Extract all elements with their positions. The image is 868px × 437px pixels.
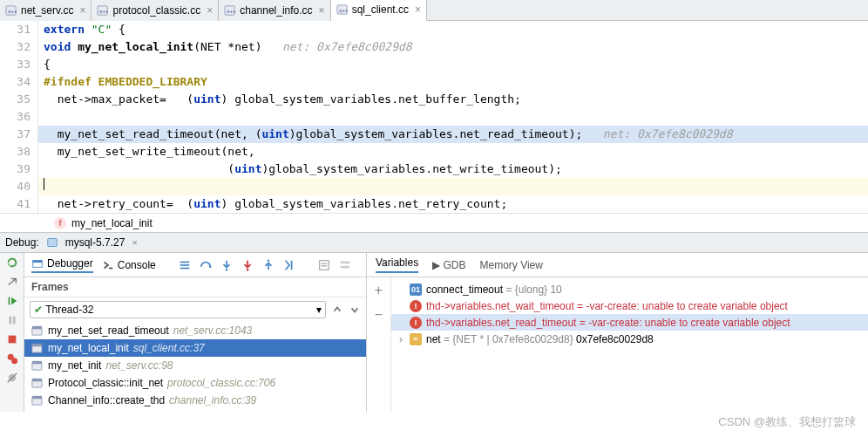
editor-tab[interactable]: c++channel_info.cc×	[219, 0, 330, 21]
primitive-icon: 01	[410, 283, 422, 296]
variables-list: 01connect_timeout = {ulong} 10!thd->vari…	[391, 277, 868, 412]
view-breakpoints-icon[interactable]	[6, 352, 18, 365]
tab-variables[interactable]: Variables	[376, 256, 418, 273]
cpp-file-icon: c++	[5, 5, 17, 16]
tab-debugger-label: Debugger	[47, 257, 93, 270]
svg-rect-12	[8, 336, 16, 344]
frame-name: my_net_set_read_timeout	[48, 324, 169, 337]
stop-icon[interactable]	[6, 333, 18, 345]
svg-point-27	[246, 268, 248, 270]
svg-text:c++: c++	[227, 8, 236, 13]
tab-memory[interactable]: Memory View	[480, 259, 543, 271]
variable-row[interactable]: !thd->variables.net_read_timeout = -var-…	[391, 314, 868, 331]
variable-name: connect_timeout	[426, 283, 503, 296]
code-line[interactable]: my_net_set_write_timeout(net,	[38, 143, 868, 160]
frame-name: my_net_init	[48, 359, 101, 372]
svg-rect-34	[341, 261, 350, 263]
next-frame-icon[interactable]	[349, 304, 361, 316]
step-over-icon[interactable]	[200, 259, 212, 271]
frame-icon	[31, 395, 44, 406]
frames-header: Frames	[24, 277, 366, 297]
variable-name: thd->variables.net_read_timeout	[426, 317, 576, 329]
variable-row[interactable]: ›=net = {NET * | 0x7efe8c0029d8} 0x7efe8…	[391, 331, 868, 347]
variable-value: 0x7efe8c0029d8	[576, 333, 654, 345]
frame-item[interactable]: my_net_set_read_timeout net_serv.cc:1043	[24, 322, 366, 339]
run-to-cursor-icon[interactable]	[283, 259, 295, 271]
code-area[interactable]: extern "C" {void my_net_local_init(NET *…	[38, 21, 868, 213]
code-line[interactable]: extern "C" {	[38, 21, 868, 38]
frame-location: net_serv.cc:1043	[173, 324, 253, 337]
svg-point-23	[209, 265, 212, 268]
prev-frame-icon[interactable]	[331, 304, 343, 316]
mute-breakpoints-icon[interactable]	[6, 372, 18, 384]
variable-value: = -var-create: unable to create variable…	[576, 317, 790, 329]
force-step-into-icon[interactable]	[241, 259, 254, 271]
code-line[interactable]: net->retry_count= (uint) global_system_v…	[38, 195, 868, 213]
breadcrumb[interactable]: f my_net_local_init	[0, 213, 868, 232]
editor-tabs: c++net_serv.cc×c++protocol_classic.cc×c+…	[0, 0, 868, 21]
frame-item[interactable]: Protocol_classic::init_net protocol_clas…	[24, 374, 366, 392]
close-icon[interactable]: ×	[415, 3, 421, 16]
code-line[interactable]	[38, 178, 868, 195]
tab-debugger[interactable]: Debugger	[31, 257, 93, 273]
tab-label: protocol_classic.cc	[112, 4, 200, 17]
evaluate-icon[interactable]	[318, 259, 330, 271]
chevron-down-icon: ▾	[316, 304, 322, 316]
editor-tab[interactable]: c++sql_client.cc×	[331, 0, 427, 21]
close-icon[interactable]: ×	[132, 237, 137, 248]
frame-icon	[31, 360, 44, 371]
rerun-icon[interactable]	[6, 256, 18, 269]
cpp-file-icon: c++	[224, 5, 236, 16]
variables-tabs: Variables ▶ GDB Memory View	[367, 253, 868, 277]
frame-item[interactable]: my_net_local_init sql_client.cc:37	[24, 339, 366, 357]
code-line[interactable]: void my_net_local_init(NET *net) net: 0x…	[38, 38, 868, 56]
expand-icon[interactable]: ›	[397, 333, 405, 345]
code-line[interactable]: (uint)global_system_variables.net_write_…	[38, 160, 868, 178]
function-icon: f	[54, 217, 66, 229]
run-config-name[interactable]: mysql-5.7.27	[65, 236, 125, 249]
variable-name: thd->variables.net_wait_timeout	[426, 300, 574, 312]
variable-row[interactable]: 01connect_timeout = {ulong} 10	[391, 281, 868, 297]
object-icon: =	[410, 332, 422, 345]
thread-select[interactable]: ✔ Thread-32 ▾	[30, 301, 326, 318]
tab-label: sql_client.cc	[352, 3, 409, 16]
frame-item[interactable]: Channel_info::create_thd channel_info.cc…	[24, 392, 366, 409]
svg-rect-43	[32, 379, 42, 381]
step-into-icon[interactable]	[220, 259, 233, 271]
frame-location: net_serv.cc:98	[105, 359, 173, 372]
pause-icon[interactable]	[6, 314, 18, 326]
close-icon[interactable]: ×	[319, 4, 325, 17]
svg-rect-37	[32, 326, 42, 329]
remove-watch-icon[interactable]: −	[375, 307, 383, 323]
svg-rect-45	[32, 396, 42, 399]
breadcrumb-label: my_net_local_init	[71, 217, 153, 229]
svg-rect-8	[47, 239, 57, 247]
code-line[interactable]: net->max_packet= (uint) global_system_va…	[38, 91, 868, 108]
svg-point-29	[267, 259, 269, 262]
tab-console[interactable]: Console	[102, 259, 156, 271]
tab-gdb[interactable]: ▶ GDB	[432, 259, 465, 271]
editor-tab[interactable]: c++net_serv.cc×	[0, 0, 92, 21]
code-line[interactable]	[38, 108, 868, 126]
code-line[interactable]: my_net_set_read_timeout(net, (uint)globa…	[38, 126, 868, 143]
code-editor: 3132333435363738394041 extern "C" {void …	[0, 21, 868, 213]
code-line[interactable]: #ifndef EMBEDDED_LIBRARY	[38, 73, 868, 91]
debug-toolbar: Debugger Console	[24, 253, 366, 277]
show-exec-point-icon[interactable]	[179, 259, 191, 271]
frame-item[interactable]: my_net_init net_serv.cc:98	[24, 357, 366, 374]
variables-panel: Variables ▶ GDB Memory View + − 01connec…	[367, 253, 868, 412]
close-icon[interactable]: ×	[207, 4, 213, 17]
svg-rect-31	[320, 260, 329, 270]
run-config-icon	[46, 237, 58, 248]
variable-row[interactable]: !thd->variables.net_wait_timeout = -var-…	[391, 297, 868, 314]
add-watch-icon[interactable]: +	[375, 283, 383, 298]
debug-body: Debugger Console Frames ✔ Thread-32 ▾	[0, 253, 868, 412]
settings-icon[interactable]	[6, 276, 18, 288]
more-icon[interactable]	[339, 259, 351, 271]
code-line[interactable]: {	[38, 56, 868, 73]
resume-icon[interactable]	[6, 295, 18, 307]
svg-text:c++: c++	[8, 8, 17, 13]
close-icon[interactable]: ×	[79, 4, 85, 17]
step-out-icon[interactable]	[262, 259, 275, 271]
editor-tab[interactable]: c++protocol_classic.cc×	[92, 0, 219, 21]
